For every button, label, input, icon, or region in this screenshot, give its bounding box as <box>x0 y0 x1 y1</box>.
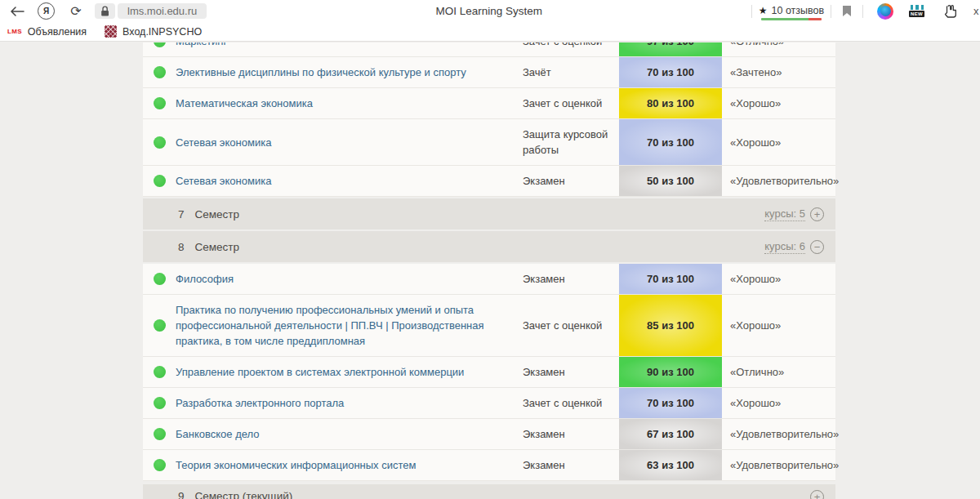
hand-extension-icon[interactable] <box>942 3 959 20</box>
course-name-link[interactable]: Философия <box>176 264 523 294</box>
clipped-toolbar-icon: х <box>973 5 980 17</box>
grade-label: «Зачтено» <box>722 57 835 87</box>
status-cell <box>143 42 176 56</box>
score-cell: 85 из 100 <box>619 295 722 356</box>
status-dot-icon <box>154 366 166 378</box>
exam-type: Экзамен <box>523 166 619 196</box>
status-dot-icon <box>154 428 166 440</box>
course-name-link[interactable]: Математическая экономика <box>176 88 523 118</box>
score-cell: 67 из 100 <box>619 419 722 449</box>
table-row: Управление проектом в системах электронн… <box>143 357 835 388</box>
status-cell <box>143 357 176 387</box>
bookmark-label: Объявления <box>28 26 87 38</box>
toggle-minus-icon[interactable]: − <box>810 240 824 254</box>
toolbar-separator <box>751 5 752 18</box>
bookmark-item-announcements[interactable]: LMS Объявления <box>7 22 87 41</box>
table-row: Сетевая экономикаЭкзамен50 из 100«Удовле… <box>143 166 835 197</box>
lock-badge[interactable] <box>95 3 115 19</box>
lms-favicon: LMS <box>7 28 22 35</box>
back-button[interactable] <box>3 7 31 16</box>
semester-number: 8 <box>178 241 185 253</box>
status-cell <box>143 57 176 87</box>
semester-number: 9 <box>178 490 185 499</box>
exam-type: Экзамен <box>523 264 619 294</box>
course-name-link[interactable]: Управление проектом в системах электронн… <box>176 357 523 387</box>
yandex-browser-icon[interactable]: Я <box>38 2 55 20</box>
semester-controls: + <box>810 490 824 499</box>
semester-controls: курсы: 5+ <box>764 207 824 221</box>
grade-label: «Удовлетворительно» <box>722 166 839 196</box>
browser-window: Я ⟳ lms.moi.edu.ru MOI Learning System ★… <box>0 0 980 499</box>
course-name-link[interactable]: Маркетинг <box>176 42 523 56</box>
grade-label: «Отлично» <box>722 357 835 387</box>
exam-type: Зачет с оценкой <box>523 42 619 56</box>
rating-bar <box>761 18 822 20</box>
rating-bar-positive <box>761 18 808 20</box>
course-name-link[interactable]: Элективные дисциплины по физической куль… <box>176 57 523 87</box>
exam-type: Зачёт <box>523 57 619 87</box>
table-row: Банковское делоЭкзамен67 из 100«Удовлетв… <box>143 419 835 450</box>
score-cell: 70 из 100 <box>619 57 722 87</box>
course-name-link[interactable]: Сетевая экономика <box>176 119 523 165</box>
status-cell <box>143 166 176 196</box>
status-dot-icon <box>154 273 166 285</box>
browser-toolbar: Я ⟳ lms.moi.edu.ru MOI Learning System ★… <box>0 0 980 22</box>
status-cell <box>143 419 176 449</box>
course-name-link[interactable]: Разработка электронного портала <box>176 388 523 418</box>
courses-count-link[interactable]: курсы: 5 <box>764 207 805 221</box>
toolbar-right: ★ 10 отзывов NEW х <box>745 0 980 22</box>
status-dot-icon <box>154 397 166 409</box>
rating-bar-negative <box>808 18 822 20</box>
grade-label: «Хорошо» <box>722 264 835 294</box>
exam-type: Зачет с оценкой <box>523 295 619 356</box>
toggle-plus-icon[interactable]: + <box>810 207 824 221</box>
toggle-plus-icon[interactable]: + <box>810 490 824 499</box>
table-row: МаркетингЗачет с оценкой97 из 100«Отличн… <box>143 42 835 57</box>
course-name-link[interactable]: Банковское дело <box>176 419 523 449</box>
bookmark-flag-button[interactable] <box>838 5 856 17</box>
exam-type: Защита курсовой работы <box>523 119 619 165</box>
score-cell: 97 из 100 <box>619 42 722 56</box>
status-dot-icon <box>154 97 166 109</box>
semester-row[interactable]: 9Семестр (текущий)+ <box>143 484 835 499</box>
score-cell: 90 из 100 <box>619 357 722 387</box>
status-cell <box>143 295 176 356</box>
table-row: ФилософияЭкзамен70 из 100«Хорошо» <box>143 264 835 295</box>
status-dot-icon <box>154 459 166 471</box>
new-extension-glyph <box>911 5 924 10</box>
reviews-button[interactable]: ★ 10 отзывов <box>759 2 824 20</box>
table-row: Практика по получению профессиональных у… <box>143 295 835 357</box>
toolbar-left: Я ⟳ lms.moi.edu.ru <box>0 0 207 22</box>
semester-label: Семестр (текущий) <box>195 490 293 499</box>
grade-label: «Хорошо» <box>722 388 835 418</box>
courses-count-link[interactable]: курсы: 6 <box>764 240 805 254</box>
toolbar-separator <box>831 5 831 18</box>
score-cell: 63 из 100 <box>619 450 722 480</box>
semester-controls: курсы: 6− <box>764 240 824 254</box>
course-name-link[interactable]: Сетевая экономика <box>176 166 523 196</box>
grades-table: МаркетингЗачет с оценкой97 из 100«Отличн… <box>143 42 835 499</box>
status-cell <box>143 264 176 294</box>
grade-label: «Хорошо» <box>722 295 835 356</box>
grade-label: «Отлично» <box>722 42 835 56</box>
semester-row[interactable]: 7Семестркурсы: 5+ <box>143 198 835 229</box>
address-bar[interactable]: lms.moi.edu.ru <box>118 3 207 19</box>
status-dot-icon <box>154 175 166 187</box>
new-extension-icon[interactable]: NEW <box>909 5 924 17</box>
semester-row[interactable]: 8Семестркурсы: 6− <box>143 231 835 262</box>
exam-type: Экзамен <box>523 450 619 480</box>
status-cell <box>143 88 176 118</box>
course-name-link[interactable]: Теория экономических информационных сист… <box>176 450 523 480</box>
exam-type: Экзамен <box>523 357 619 387</box>
reviews-count-label: 10 отзывов <box>772 5 825 16</box>
extension-circle-icon[interactable] <box>877 3 893 20</box>
score-cell: 80 из 100 <box>619 88 722 118</box>
table-row: Математическая экономикаЗачет с оценкой8… <box>143 88 835 119</box>
toolbar-separator <box>862 5 863 18</box>
semester-number: 7 <box>178 208 185 221</box>
bookmark-item-inpsycho[interactable]: Вход.INPSYCHO <box>105 22 202 41</box>
grade-label: «Хорошо» <box>722 119 835 165</box>
course-name-link[interactable]: Практика по получению профессиональных у… <box>176 295 523 356</box>
refresh-button[interactable]: ⟳ <box>64 3 88 19</box>
status-cell <box>143 450 176 480</box>
